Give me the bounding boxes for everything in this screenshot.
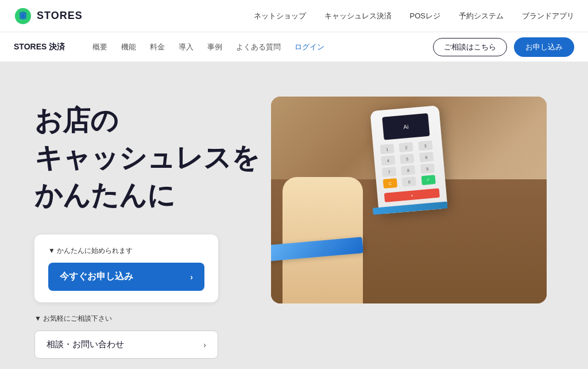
apply-now-label: 今すぐお申し込み [60,271,133,283]
key-red: × [384,189,440,202]
cta-apply-box: ▼ かんたんに始められます 今すぐお申し込み › [34,235,218,302]
sub-nav-links: 概要 機能 料金 導入 事例 よくある質問 ログイン [92,42,433,52]
card-reader-screen: Ai [382,113,430,140]
consult-inquiry-button[interactable]: 相談・お問い合わせ › [34,330,218,359]
key-2: 2 [399,142,413,152]
nav-cashless[interactable]: キャッシュレス決済 [324,11,392,21]
top-navigation: STORES ネットショップ キャッシュレス決済 POSレジ 予約システム ブラ… [0,0,588,32]
key-3: 3 [418,140,432,151]
apply-button[interactable]: お申し込み [514,37,574,57]
consult-label: ▼ お気軽にご相談下さい [34,314,218,324]
consult-button[interactable]: ご相談はこちら [433,38,507,56]
key-5: 5 [400,153,415,164]
nav-pos[interactable]: POSレジ [410,11,440,21]
apply-now-button[interactable]: 今すぐお申し込み › [48,263,204,291]
logo-area: STORES [14,7,83,25]
nav-netshop[interactable]: ネットショップ [254,11,306,21]
apply-chevron-icon: › [190,272,193,282]
nav-brand-app[interactable]: ブランドアプリ [522,11,574,21]
subnav-features[interactable]: 機能 [121,42,136,52]
key-0: 0 [402,176,416,187]
scene-background: Ai 1 2 3 4 5 6 7 8 9 C 0 ✓ [271,97,547,303]
key-6: 6 [419,152,434,162]
consult-inquiry-label: 相談・お問い合わせ [47,339,124,350]
hero-right: Ai 1 2 3 4 5 6 7 8 9 C 0 ✓ [264,97,554,303]
subnav-intro[interactable]: 導入 [179,42,194,52]
subnav-overview[interactable]: 概要 [92,42,107,52]
card-reader-device: Ai 1 2 3 4 5 6 7 8 9 C 0 ✓ [370,105,447,214]
hero-title: お店のキャッシュレスをかんたんに [34,102,264,214]
nav-reservation[interactable]: 予約システム [459,11,504,21]
key-1: 1 [380,144,394,154]
key-9: 9 [420,163,434,174]
key-yellow: C [383,178,397,189]
key-7: 7 [382,167,396,177]
key-green: ✓ [421,175,435,185]
key-4: 4 [381,155,395,166]
sub-nav-actions: ご相談はこちら お申し込み [433,37,574,57]
subnav-pricing[interactable]: 料金 [150,42,165,52]
consult-cta-box: ▼ お気軽にご相談下さい 相談・お問い合わせ › [34,314,218,359]
subnav-login[interactable]: ログイン [295,42,324,52]
cta-apply-label: ▼ かんたんに始められます [48,246,204,256]
stores-logo-icon [14,7,32,25]
top-nav-links: ネットショップ キャッシュレス決済 POSレジ 予約システム ブランドアプリ [254,11,574,21]
key-8: 8 [401,165,415,175]
sub-navigation: STORES 決済 概要 機能 料金 導入 事例 よくある質問 ログイン ご相談… [0,32,588,62]
subnav-cases[interactable]: 事例 [207,42,222,52]
logo-text: STORES [37,10,83,22]
device-image-container: Ai 1 2 3 4 5 6 7 8 9 C 0 ✓ [271,97,547,303]
sub-nav-title: STORES 決済 [14,42,65,52]
consult-chevron-icon: › [203,340,206,349]
screen-text: Ai [403,123,409,130]
subnav-faq[interactable]: よくある質問 [236,42,281,52]
hero-left: お店のキャッシュレスをかんたんに ▼ かんたんに始められます 今すぐお申し込み … [34,97,264,359]
keypad: 1 2 3 4 5 6 7 8 9 C 0 ✓ [373,140,446,189]
hero-section: お店のキャッシュレスをかんたんに ▼ かんたんに始められます 今すぐお申し込み … [0,62,588,369]
